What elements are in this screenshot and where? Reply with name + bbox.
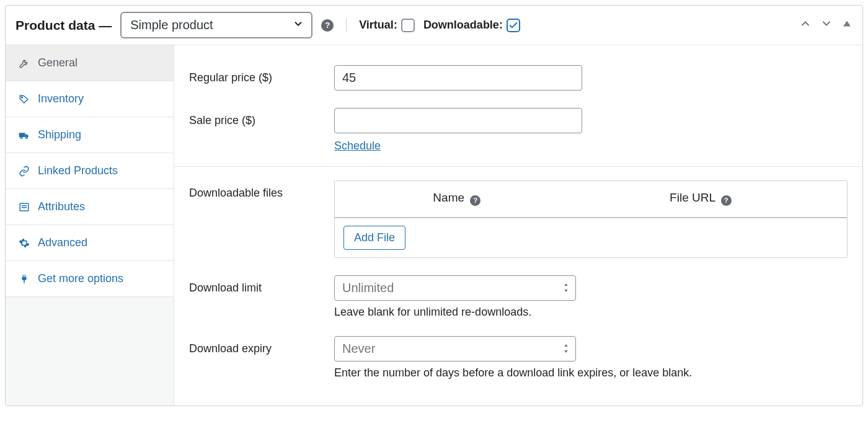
section-divider [174,166,862,167]
plug-icon [18,273,30,285]
side-tabs: General Inventory Shipping Linked Produc… [6,45,174,406]
move-down-icon[interactable] [820,17,833,33]
tab-linked-products[interactable]: Linked Products [6,153,174,189]
list-icon [18,202,30,213]
virtual-toggle: Virtual: [359,19,415,32]
panel-header: Product data — Simple product ? Virtual:… [6,6,862,45]
sale-price-label: Sale price ($) [189,108,319,127]
row-sale-price: Sale price ($) Schedule [189,99,848,161]
product-data-panel: Product data — Simple product ? Virtual:… [5,5,863,406]
files-table-header: Name ? File URL ? [335,181,847,217]
tag-icon [18,94,30,105]
virtual-checkbox[interactable] [401,19,415,32]
sale-price-input[interactable] [334,108,582,133]
help-icon[interactable]: ? [470,195,480,206]
row-regular-price: Regular price ($) [189,56,848,99]
product-type-value[interactable]: Simple product [120,12,312,38]
downloadable-label: Downloadable: [423,19,503,32]
tab-content-general: Regular price ($) Sale price ($) Schedul… [174,45,862,406]
tab-inventory[interactable]: Inventory [6,81,174,117]
tab-general[interactable]: General [6,45,174,81]
help-icon[interactable]: ? [321,19,334,32]
svg-point-3 [20,136,22,138]
panel-controls [799,17,852,33]
panel-title: Product data — [16,18,112,33]
tab-advanced[interactable]: Advanced [6,225,174,261]
tab-label: Inventory [38,92,84,105]
regular-price-input[interactable] [334,65,582,91]
gear-icon [18,237,30,249]
wrench-icon [18,58,30,69]
download-expiry-input[interactable] [334,336,576,362]
svg-marker-0 [843,21,851,27]
regular-price-label: Regular price ($) [189,65,319,84]
files-col-name: Name ? [347,191,567,206]
svg-point-1 [21,97,22,98]
tab-label: Shipping [38,128,81,141]
product-type-select[interactable]: Simple product [120,12,312,38]
downloadable-toggle: Downloadable: [423,19,520,32]
row-download-limit: Download limit Leave blank for unlimited… [189,267,848,327]
download-expiry-help: Enter the number of days before a downlo… [334,366,848,379]
row-download-expiry: Download expiry Enter the number of days… [189,327,848,388]
svg-point-4 [25,136,27,138]
tab-attributes[interactable]: Attributes [6,189,174,225]
help-icon[interactable]: ? [721,195,732,206]
downloadable-files-label: Downloadable files [189,180,319,200]
downloadable-files-table: Name ? File URL ? Add File [334,180,848,258]
tab-label: Advanced [38,236,87,249]
separator [346,19,347,32]
tab-shipping[interactable]: Shipping [6,117,174,153]
download-expiry-label: Download expiry [189,336,319,355]
virtual-label: Virtual: [359,19,397,32]
collapse-icon[interactable] [841,18,852,32]
row-downloadable-files: Downloadable files Name ? File URL ? [189,172,848,267]
panel-body: General Inventory Shipping Linked Produc… [6,45,862,406]
tab-get-more-options[interactable]: Get more options [6,261,174,297]
tab-label: General [38,56,78,69]
files-col-url: File URL ? [567,191,835,206]
tab-label: Attributes [38,200,85,213]
link-icon [18,166,30,177]
move-up-icon[interactable] [799,17,812,33]
schedule-link[interactable]: Schedule [334,140,381,153]
download-limit-help: Leave blank for unlimited re-downloads. [334,306,848,319]
truck-icon [18,130,30,141]
tab-label: Get more options [38,272,123,285]
files-table-footer: Add File [335,217,847,257]
download-limit-label: Download limit [189,275,319,295]
add-file-button[interactable]: Add File [343,226,405,250]
download-limit-input[interactable] [334,275,576,301]
tab-label: Linked Products [38,164,118,177]
downloadable-checkbox[interactable] [507,19,520,32]
